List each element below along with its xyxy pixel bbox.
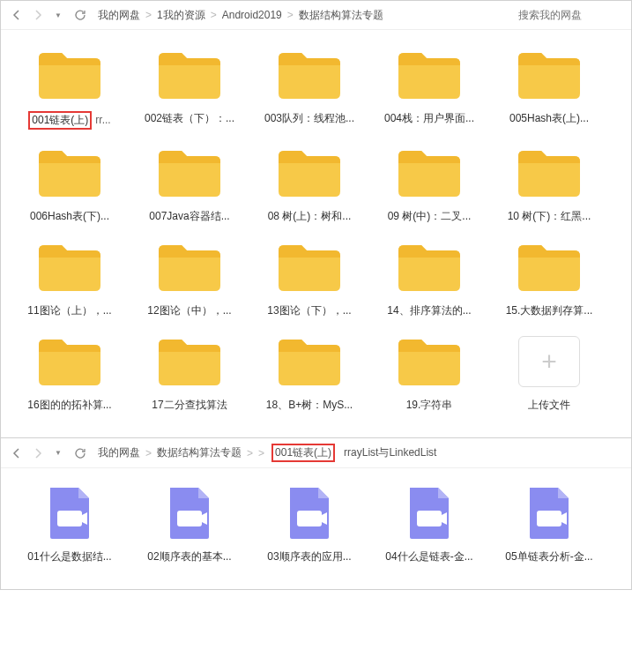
video-label: 02顺序表的基本... [134,549,245,564]
folder-icon [515,240,584,295]
folder-label: 001链表(上)rr... [14,111,125,130]
breadcrumb-top: 我的网盘>1我的资源>Android2019>数据结构算法专题 [98,8,515,23]
breadcrumb-separator: > [247,447,253,459]
search-input[interactable] [518,9,624,21]
folder-icon [275,48,344,102]
folder-label: 11图论（上），... [14,303,125,318]
svg-rect-1 [177,511,202,526]
folder-item[interactable]: 18、B+树：MyS... [249,334,369,413]
folder-label: 08 树(上)：树和... [254,209,365,224]
back-button[interactable] [8,444,26,462]
search-box [518,9,624,21]
breadcrumb-separator: > [211,9,217,21]
folder-label: 12图论（中），... [134,303,245,318]
back-button[interactable] [8,6,26,24]
video-icon [395,486,464,541]
breadcrumb-separator: > [258,447,264,459]
folder-icon [275,240,344,295]
folder-item[interactable]: 17二分查找算法 [130,334,249,413]
folder-icon [515,146,584,200]
folder-item[interactable]: 007Java容器结... [130,146,249,224]
folder-item[interactable]: 13图论（下），... [249,240,369,318]
svg-rect-2 [297,511,322,526]
folder-icon [275,334,344,389]
toolbar-top: ▼ 我的网盘>1我的资源>Android2019>数据结构算法专题 [1,1,631,30]
folder-icon [35,240,104,295]
folder-item[interactable]: 08 树(上)：树和... [249,146,369,224]
folder-label: 002链表（下）：... [134,111,245,126]
folder-item[interactable]: 006Hash表(下)... [10,146,130,224]
folder-item[interactable]: 001链表(上)rr... [10,48,130,130]
folder-item[interactable]: 10 树(下)：红黑... [489,146,609,224]
video-item[interactable]: 05单链表分析-金... [489,486,609,564]
video-item[interactable]: 03顺序表的应用... [249,486,369,564]
folder-label: 007Java容器结... [134,209,245,224]
video-item[interactable]: 04什么是链表-金... [369,486,489,564]
video-label: 04什么是链表-金... [374,549,485,564]
folder-item[interactable]: 005Hash表(上)... [489,48,609,130]
svg-rect-3 [417,511,442,526]
breadcrumb-item[interactable]: 数据结构算法专题 [157,445,242,460]
video-label: 01什么是数据结... [14,549,125,564]
svg-rect-4 [537,511,561,526]
breadcrumb-item[interactable]: Android2019 [222,9,282,21]
folder-icon [155,240,224,295]
refresh-button[interactable] [71,444,89,462]
breadcrumb-item[interactable]: 1我的资源 [157,8,205,23]
video-item[interactable]: 01什么是数据结... [10,486,130,564]
folder-item[interactable]: 14、排序算法的... [369,240,489,318]
folder-icon [35,48,104,102]
history-dropdown[interactable]: ▼ [50,6,68,24]
folder-label: 18、B+树：MyS... [254,398,365,413]
folder-icon [155,48,224,102]
folder-item[interactable]: 003队列：线程池... [249,48,369,130]
history-dropdown[interactable]: ▼ [50,444,68,462]
folder-item[interactable]: 004栈：用户界面... [369,48,489,130]
folder-item[interactable]: 12图论（中），... [130,240,249,318]
folder-icon [515,48,584,102]
toolbar-bottom: ▼ 我的网盘>数据结构算法专题>>001链表(上)rrayList与Linked… [1,438,631,468]
folder-item[interactable]: 11图论（上），... [10,240,130,318]
breadcrumb-trail: rrayList与LinkedList [344,445,436,460]
breadcrumb-item[interactable]: 数据结构算法专题 [299,8,383,23]
breadcrumb-item-highlight[interactable]: 001链表(上) [271,444,335,462]
video-icon [515,486,584,541]
folder-icon [155,334,224,389]
upload-item[interactable]: +上传文件 [489,334,609,413]
folder-icon [35,334,104,389]
video-icon [275,486,344,541]
folder-label: 006Hash表(下)... [14,209,125,224]
breadcrumb-item[interactable]: 我的网盘 [98,8,140,23]
folder-icon [35,146,104,200]
breadcrumb-bottom: 我的网盘>数据结构算法专题>>001链表(上)rrayList与LinkedLi… [98,444,624,462]
folder-item[interactable]: 09 树(中)：二叉... [369,146,489,224]
folder-icon [395,240,464,295]
video-label: 03顺序表的应用... [254,549,365,564]
folder-icon [395,334,464,389]
video-label: 05单链表分析-金... [494,549,605,564]
folder-icon [275,146,344,200]
folder-label: 09 树(中)：二叉... [374,209,485,224]
folder-item[interactable]: 002链表（下）：... [130,48,249,130]
upload-icon: + [515,334,584,389]
folder-label: 16图的的拓补算... [14,398,125,413]
folder-item[interactable]: 16图的的拓补算... [10,334,130,413]
video-item[interactable]: 02顺序表的基本... [130,486,249,564]
breadcrumb-item[interactable]: 我的网盘 [98,445,140,460]
folder-icon [395,146,464,200]
forward-button[interactable] [29,444,47,462]
folder-label: 15.大数据判存算... [494,303,605,318]
folder-grid: 001链表(上)rr...002链表（下）：...003队列：线程池...004… [1,30,631,437]
folder-label: 10 树(下)：红黑... [494,209,605,224]
forward-button[interactable] [29,6,47,24]
folder-label: 19.字符串 [374,398,485,413]
folder-label: 003队列：线程池... [254,111,365,126]
video-icon [35,486,104,541]
video-grid: 01什么是数据结...02顺序表的基本...03顺序表的应用...04什么是链表… [1,468,631,589]
folder-label: 17二分查找算法 [134,398,245,413]
refresh-button[interactable] [71,6,89,24]
upload-label: 上传文件 [494,398,605,413]
breadcrumb-separator: > [145,447,152,459]
folder-item[interactable]: 19.字符串 [369,334,489,413]
folder-item[interactable]: 15.大数据判存算... [489,240,609,318]
